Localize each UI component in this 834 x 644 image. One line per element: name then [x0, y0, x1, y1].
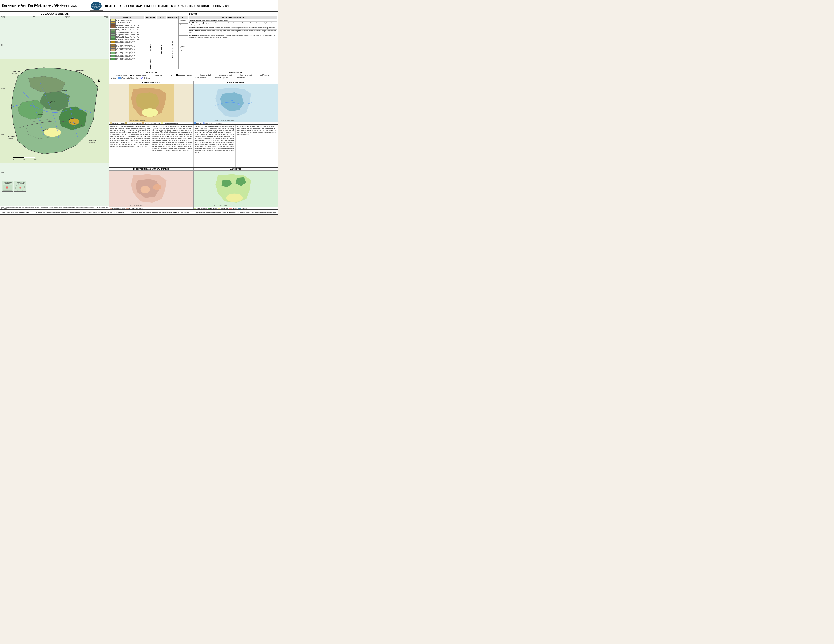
formation-chitni-label: Chitni	[150, 59, 151, 63]
observed-contact-label: Observed contact	[239, 74, 252, 76]
color-geo1	[110, 208, 112, 209]
lu-legend-waste: Waste land	[218, 208, 228, 209]
text-para-3: The lithounits in the area include Decca…	[195, 126, 234, 153]
idx-district-boundary: District boundary	[110, 74, 128, 76]
idx-district-hq: District Headquarter	[176, 74, 192, 76]
geomorphology-panel: II. GEOMORPHOLOGY Source: BHUVAN, GSI po…	[109, 81, 194, 124]
supergroup-label: Deccan Trap Supergroup	[171, 41, 173, 58]
svg-rect-31	[24, 157, 35, 158]
nature-header: Nature and Charasteristics	[189, 16, 277, 19]
color-bk3	[110, 34, 116, 36]
color-tube-well	[203, 122, 205, 124]
label-streams: Drainage	[216, 123, 222, 124]
coord-top-left: 76°45'	[1, 16, 5, 18]
svg-text:PARBHANI: PARBHANI	[7, 136, 15, 137]
label-roads: Roads	[233, 208, 237, 209]
legend-label-bk1: βK/Pg:dshb1 - Basalt Flow No. 1 (As)	[116, 39, 139, 40]
idx-road: Road	[165, 74, 174, 76]
age-header: Age	[179, 16, 188, 19]
nature-ajanta: Ajanta Formation comprises five flows of…	[189, 34, 277, 39]
legend-label-bk4: βK/Pg:dshb4 - Basalt Flow No. 4 (As)	[116, 31, 139, 33]
inferred-fault-symbol	[231, 78, 236, 78]
legend-label-bka3: βK/Pg:dsha3 - Basalt Flow No. 3(Compound…	[116, 55, 135, 57]
indexes-row: General Index District boundary Triangul…	[109, 70, 278, 81]
svg-point-53	[141, 186, 150, 193]
flow-gradient-symbol: ⇗	[194, 77, 196, 79]
inset-map-india: Position of Hingoli in Maharashtra	[2, 181, 13, 192]
legend-item-bk6: βK/Pg:dshb6 - Basalt Flow No. 6 (As)	[110, 26, 144, 28]
triangulation-symbol	[130, 74, 132, 76]
main-map-svg: WASHIM DISTRICT YAVATMAL DISTRICT PARBHA…	[0, 16, 108, 206]
svg-text:Source: BHUVAN, GSCI portal: Source: BHUVAN, GSCI portal	[130, 205, 146, 207]
formation-ajanta: Ajanta	[145, 65, 156, 69]
color-bk5	[110, 29, 116, 31]
legend-label-bk6: βK/Pg:dshb6 - Basalt Flow No. 6 (As)	[116, 27, 139, 28]
geotechnical-title: IV. GEOTECHNICAL & NATURAL HAZARDS	[109, 168, 193, 171]
supergroup-deccan: Deccan Trap Supergroup	[167, 36, 178, 62]
svg-point-60	[226, 194, 242, 202]
svg-text:WASHIM: WASHIM	[13, 71, 20, 72]
idx-triangulation: Triangulation station	[130, 74, 146, 76]
legend-content: Lithology Qᵧal - Younger Alluvium Qₒal -…	[110, 16, 277, 69]
lineament-symbol	[208, 78, 213, 78]
color-bka8	[110, 44, 116, 46]
idx-observed-contact: Observed contact	[234, 74, 252, 76]
geomorphology-title: II. GEOMORPHOLOGY	[109, 81, 193, 84]
joint-label: Joint	[225, 77, 228, 79]
color-bk8c	[110, 41, 116, 43]
nature-bul-title: Buldhana Formation	[189, 27, 203, 28]
legend-label-bka8: βK/Pg:dsha8 - Basalt Flow No. 7(Compound…	[116, 44, 135, 46]
label-geo1: Quaternary alluvium	[112, 208, 126, 209]
label-forest: Forest land	[210, 208, 218, 209]
geo-legend-2: Buldhana Formation	[126, 208, 143, 209]
lu-legend-streams: Streams	[238, 208, 247, 209]
geo-legend-1: Quaternary alluvium	[110, 208, 126, 209]
legend-item-bk4: βK/Pg:dshb4 - Basalt Flow No. 4 (As)	[110, 31, 144, 33]
idx-joint-fracture: Joint/Fracture	[254, 74, 269, 76]
litho-items: Qᵧal - Younger Alluvium Qₒal - Older All…	[110, 19, 144, 61]
color-bk6	[110, 26, 116, 28]
legend-item-qyal: Qᵧal - Younger Alluvium	[110, 19, 144, 21]
text-col-2: The District forms part of Deccan Platea…	[151, 124, 193, 167]
group-deccan: Deccan Trap	[157, 36, 166, 62]
legend-item-bka2: βK/Pg:dsha2 - Basalt Flow No. 2(Compound…	[110, 58, 144, 60]
idx-water: Water bodies/Reservoirs	[118, 77, 138, 79]
svg-text:Source: BHUVAN, ISRO portal: Source: BHUVAN, ISRO portal	[214, 205, 230, 207]
nature-buldhana: Buldhana Formation consists of seven 'as…	[189, 26, 277, 29]
color-roads	[229, 208, 233, 209]
svg-text:50 km: 50 km	[34, 158, 37, 160]
general-index-items: District boundary Triangulation station …	[110, 74, 192, 79]
legend-label-bka2: βK/Pg:dsha2 - Basalt Flow No. 2(Compound…	[116, 58, 135, 60]
geomorph-legend: Residual Pediplain Dissected Structural …	[109, 122, 193, 124]
label-streams-lu: Streams	[241, 208, 247, 209]
road-label: Road	[170, 74, 174, 76]
lu-legend-agri: Agriculture land	[194, 208, 207, 209]
drainage-symbol: ∿∿	[140, 77, 144, 79]
inferred-contact-symbol	[194, 75, 200, 75]
legend-item-bk5: βK/Pg:dshb5 - Basalt Flow No. 5 (As)	[110, 29, 144, 31]
svg-text:25: 25	[24, 158, 25, 160]
svg-text:Basmat: Basmat	[45, 129, 48, 130]
svg-point-21	[37, 115, 37, 115]
bottom-maps-row: IV. GEOTECHNICAL & NATURAL HAZARDS Sourc…	[109, 167, 278, 210]
geotechnical-map: Source: BHUVAN, GSCI portal	[109, 171, 193, 207]
joint-fracture-symbol	[254, 75, 259, 75]
svg-text:Kalamnuri: Kalamnuri	[62, 90, 67, 91]
text-area: Hingoli district forms the center part o…	[109, 124, 278, 167]
legend-label-bka4: βK/Pg:dsha4 - Basalt Flow No. 4(Compound…	[116, 52, 135, 55]
nature-chitni: Chitni Formation consists one mixed flow…	[189, 29, 277, 34]
page-footer: First edition, 2001 Second edition, 2020…	[0, 210, 278, 214]
formation-ajanta-label: Ajanta	[150, 65, 151, 69]
legend-item-bk2: βK/Pg:dshb2 - Basalt Flow No. 2 (As)	[110, 36, 144, 38]
color-bka3	[110, 55, 116, 57]
observed-contact-symbol	[234, 75, 239, 75]
footer-edition: First edition, 2001 Second edition, 2020	[2, 211, 29, 213]
legend-label-qoal: Qₒal - Older Alluvium	[116, 22, 130, 23]
svg-text:DISTRICT: DISTRICT	[7, 138, 13, 139]
svg-point-47	[231, 100, 233, 102]
road-symbol	[165, 75, 170, 75]
legend-item-bk3: βK/Pg:dshb3 - Basalt Flow No. 3 (As)	[110, 34, 144, 36]
color-agriculture	[194, 208, 196, 209]
svg-point-42	[142, 108, 158, 117]
age-column: Age Holocene Pleistocene UpperCretaceous…	[178, 16, 188, 69]
